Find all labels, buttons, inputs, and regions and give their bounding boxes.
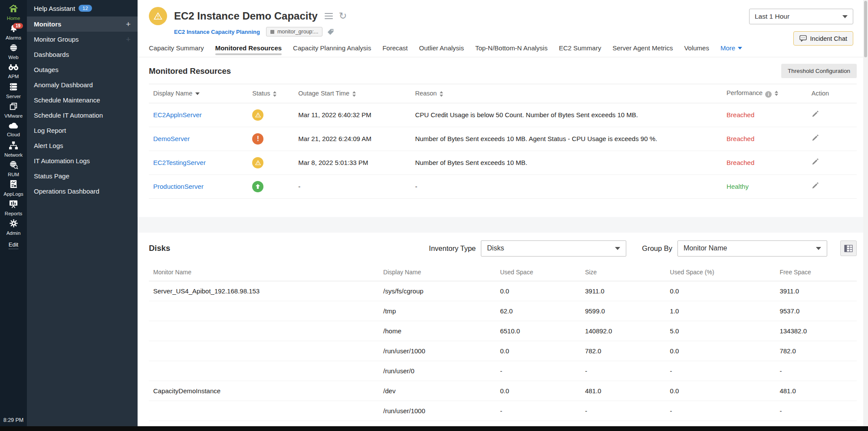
- tab-forecast[interactable]: Forecast: [382, 44, 408, 57]
- rail-item-applogs[interactable]: AppLogs: [0, 178, 27, 198]
- rail-item-home[interactable]: Home: [0, 3, 27, 22]
- disks-title: Disks: [149, 243, 429, 253]
- tag-square-icon: [270, 30, 274, 34]
- sidebar-item-monitors[interactable]: Monitors +: [27, 16, 138, 32]
- sidebar-item-status-page[interactable]: Status Page: [27, 168, 138, 184]
- tab-server-agent-metrics[interactable]: Server Agent Metrics: [612, 44, 673, 57]
- hamburger-menu-icon[interactable]: [325, 11, 333, 21]
- refresh-icon[interactable]: ↻: [339, 11, 347, 21]
- rail-label: Web: [8, 55, 18, 60]
- sidebar-item-schedule-maintenance[interactable]: Schedule Maintenance: [27, 92, 138, 108]
- help-assistant-label: Help Assistant: [34, 5, 75, 12]
- disks-table: Monitor Name Display Name Used Space Siz…: [149, 263, 857, 431]
- sidebar-item-label: IT Automation Logs: [34, 157, 90, 165]
- section-divider: [138, 217, 868, 233]
- table-row: CapacityDemoInstance /dev 0.0 481.0 0.0 …: [149, 381, 857, 401]
- chevron-down-icon: [816, 247, 821, 250]
- sidebar-item-monitor-groups[interactable]: Monitor Groups +: [27, 32, 138, 47]
- monitor-group-tag-chip[interactable]: monitor_group:...: [266, 27, 323, 36]
- rail-edit-link[interactable]: Edit: [9, 241, 18, 249]
- column-header-outage-start-time[interactable]: Outage Start Time: [294, 84, 411, 103]
- monitor-link[interactable]: EC2TestingServer: [153, 159, 206, 166]
- sidebar-item-anomaly-dashboard[interactable]: Anomaly Dashboard: [27, 77, 138, 92]
- status-critical-icon: !: [252, 133, 263, 145]
- column-chooser-button[interactable]: [840, 240, 857, 256]
- used-space: -: [496, 401, 581, 421]
- tab-ec2-summary[interactable]: EC2 Summary: [559, 44, 602, 57]
- monitor-link[interactable]: EC2ApplnServer: [153, 111, 202, 118]
- rail-item-rum[interactable]: RUM: [0, 159, 27, 178]
- column-header-action: Action: [807, 84, 857, 103]
- group-by-dropdown[interactable]: Monitor Name: [677, 240, 827, 257]
- tab-more[interactable]: More: [720, 44, 742, 57]
- tag-chip-label: monitor_group:...: [277, 29, 319, 35]
- monitor-link[interactable]: DemoServer: [153, 135, 190, 142]
- used-space-pct: 1.0: [666, 301, 776, 321]
- tab-top-n-bottom-n-analysis[interactable]: Top-N/Bottom-N Analysis: [475, 44, 548, 57]
- clock-time: 8:29 PM: [0, 417, 27, 423]
- vertical-scrollbar[interactable]: [863, 0, 868, 431]
- time-range-dropdown[interactable]: Last 1 Hour: [749, 9, 853, 24]
- disk-display-name: /tmp: [379, 301, 496, 321]
- disk-display-name: /dev: [379, 381, 496, 401]
- sidebar-item-dashboards[interactable]: Dashboards: [27, 47, 138, 62]
- sidebar-item-label: Dashboards: [34, 51, 69, 58]
- chevron-down-icon: [738, 47, 742, 49]
- scrollbar-thumb[interactable]: [864, 1, 867, 57]
- disks-panel: Disks Inventory Type Disks Group By Moni…: [138, 233, 868, 431]
- size: 3911.0: [581, 281, 666, 301]
- sidebar-item-schedule-it-automation[interactable]: Schedule IT Automation: [27, 108, 138, 123]
- sidebar-item-it-automation-logs[interactable]: IT Automation Logs: [27, 153, 138, 168]
- breadcrumb[interactable]: EC2 Instance Capacity Planning: [174, 29, 260, 35]
- sort-icon: [273, 91, 276, 97]
- rail-item-cloud[interactable]: Cloud: [0, 120, 27, 139]
- reason-text: -: [411, 174, 722, 198]
- threshold-configuration-button[interactable]: Threshold Configuration: [781, 64, 857, 78]
- tag-icon[interactable]: [327, 28, 335, 36]
- monitor-link[interactable]: ProductionServer: [153, 183, 204, 190]
- free-space: 481.0: [775, 381, 857, 401]
- rum-globe-magnifier-icon: [9, 160, 18, 171]
- rail-item-vmware[interactable]: VMware: [0, 100, 27, 120]
- inventory-type-dropdown[interactable]: Disks: [481, 240, 626, 257]
- tab-outlier-analysis[interactable]: Outlier Analysis: [419, 44, 464, 57]
- rail-item-reports[interactable]: Reports: [0, 198, 27, 217]
- sidebar-item-help-assistant[interactable]: Help Assistant 12: [27, 0, 138, 16]
- incident-chat-button[interactable]: Incident Chat: [793, 31, 853, 46]
- rail-item-apm[interactable]: APM: [0, 61, 27, 81]
- info-icon[interactable]: i: [765, 91, 772, 98]
- tab-capacity-planning-analysis[interactable]: Capacity Planning Analysis: [293, 44, 371, 57]
- rail-label: Cloud: [7, 132, 20, 137]
- rail-item-alarms[interactable]: 19 Alarms: [0, 22, 27, 42]
- rail-item-network[interactable]: Network: [0, 139, 27, 159]
- column-header-display-name[interactable]: Display Name: [149, 84, 248, 103]
- plus-icon[interactable]: +: [126, 20, 131, 29]
- globe-icon: [9, 43, 18, 54]
- rail-item-admin[interactable]: Admin: [0, 217, 27, 237]
- plus-icon[interactable]: +: [126, 35, 131, 44]
- free-space: 782.0: [775, 341, 857, 361]
- sidebar-item-alert-logs[interactable]: Alert Logs: [27, 138, 138, 153]
- tab-capacity-summary[interactable]: Capacity Summary: [149, 44, 204, 57]
- edit-pencil-icon[interactable]: [812, 158, 819, 165]
- column-header-reason[interactable]: Reason: [411, 84, 722, 103]
- sidebar-item-log-report[interactable]: Log Report: [27, 123, 138, 138]
- left-icon-rail: Home 19 Alarms Web APM Server VMware Clo…: [0, 0, 27, 431]
- outage-start-time: Mar 21, 2022 6:24:09 AM: [294, 127, 411, 151]
- edit-pencil-icon[interactable]: [812, 135, 819, 141]
- sidebar-item-outages[interactable]: Outages: [27, 62, 138, 77]
- tab-monitored-resources[interactable]: Monitored Resources: [215, 44, 282, 57]
- column-header-performance[interactable]: Performancei: [722, 84, 807, 103]
- server-icon: [9, 82, 18, 93]
- edit-pencil-icon[interactable]: [812, 111, 819, 118]
- rail-item-web[interactable]: Web: [0, 42, 27, 61]
- edit-pencil-icon[interactable]: [812, 182, 819, 189]
- sidebar-item-label: Operations Dashboard: [34, 188, 99, 195]
- column-header-status[interactable]: Status: [248, 84, 294, 103]
- sidebar-item-operations-dashboard[interactable]: Operations Dashboard: [27, 184, 138, 199]
- performance-status: Breached: [727, 111, 754, 118]
- main-content: EC2 Instance Demo Capacity ↻ EC2 Instanc…: [138, 0, 868, 431]
- tab-volumes[interactable]: Volumes: [684, 44, 709, 57]
- rail-item-server[interactable]: Server: [0, 81, 27, 100]
- applogs-document-icon: [10, 180, 17, 191]
